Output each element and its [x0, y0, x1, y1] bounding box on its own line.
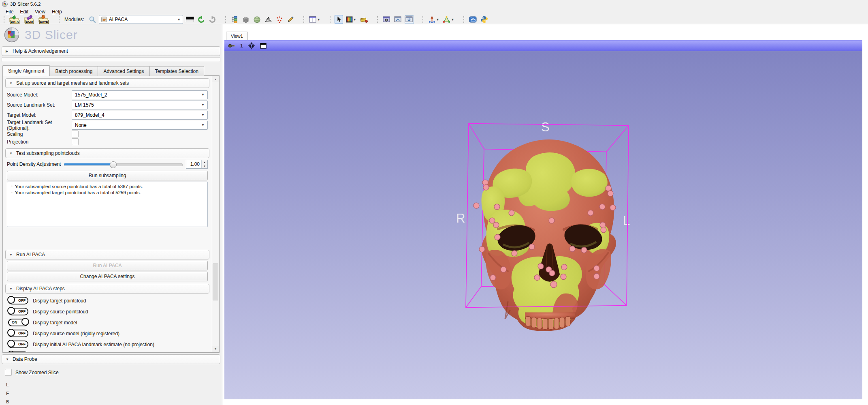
scaling-checkbox[interactable] — [72, 131, 79, 137]
subsampling-section-header[interactable]: ▼ Test subsampling pointclouds — [5, 148, 209, 158]
layout-selector-button[interactable]: ▼ — [308, 15, 321, 24]
point-density-spinbox[interactable]: 1.00 ▲ ▼ — [186, 160, 208, 169]
data-probe-header[interactable]: ▼ Data Probe — [2, 354, 220, 364]
history-back-icon — [198, 16, 205, 23]
tab-templates-selection[interactable]: Templates Selection — [149, 66, 204, 76]
module-selector-combobox[interactable]: ALPACA ▼ — [99, 15, 183, 24]
display-initial-landmarks-toggle[interactable]: OFF — [8, 341, 28, 348]
target-landmark-combobox[interactable]: None ▼ — [72, 121, 208, 130]
colors-button[interactable]: ▼ — [345, 15, 357, 24]
extensions-manager-button[interactable] — [468, 15, 478, 24]
help-acknowledgement-section[interactable]: ▶ Help & Acknowledgement — [2, 46, 220, 56]
restore-views-button[interactable] — [393, 15, 403, 24]
surface-wireframe-button[interactable] — [264, 15, 273, 24]
panel-scrollbar[interactable]: ▲ ▼ — [212, 76, 219, 352]
run-alpaca-button[interactable]: Run ALPACA — [7, 261, 208, 270]
scrollbar-thumb[interactable] — [213, 264, 218, 300]
spinbox-arrows: ▲ ▼ — [201, 160, 207, 168]
display-target-pointcloud-toggle[interactable]: OFF — [8, 297, 28, 304]
toggle-label: Display target model — [33, 320, 77, 326]
toggle-label: Display TPS warped source model — [33, 353, 107, 353]
scroll-down-button[interactable]: ▼ — [212, 346, 219, 352]
window-level-button[interactable] — [185, 16, 195, 23]
annotations-pen-button[interactable] — [286, 15, 295, 24]
tab-single-alignment[interactable]: Single Alignment — [2, 65, 50, 76]
models-icon — [253, 16, 261, 24]
mouse-interaction-button[interactable] — [335, 15, 343, 24]
scroll-up-button[interactable]: ▲ — [212, 76, 219, 82]
chevron-down-icon: ▼ — [201, 103, 205, 107]
models-button[interactable] — [252, 15, 262, 24]
menu-file[interactable]: File — [2, 9, 17, 15]
point-sets-button[interactable] — [275, 15, 284, 24]
tab-advanced-settings[interactable]: Advanced Settings — [98, 66, 149, 76]
history-forward-button[interactable] — [208, 15, 217, 24]
subject-hierarchy-button[interactable] — [230, 15, 239, 24]
menu-edit[interactable]: Edit — [17, 9, 32, 15]
run-subsampling-button[interactable]: Run subsampling — [7, 171, 208, 180]
3d-scene[interactable]: S R L I — [224, 51, 862, 399]
view1-tab[interactable]: View1 — [226, 32, 248, 40]
toggle-label: Display target pointcloud — [33, 298, 86, 304]
display-section-header[interactable]: ▼ Display ALPACA steps — [5, 284, 209, 294]
tab-batch-processing[interactable]: Batch processing — [49, 66, 98, 76]
orientation-label-right: R — [456, 211, 465, 225]
maximize-window-icon[interactable] — [260, 43, 267, 49]
window-level-icon — [186, 17, 194, 22]
target-model-row: Target Model: 879_Model_4 ▼ — [7, 110, 208, 120]
curves-button[interactable]: ▼ — [442, 15, 455, 24]
toggle-state-label: ON — [12, 320, 17, 324]
extensions-manager-icon — [469, 16, 477, 23]
ruler-button[interactable] — [359, 15, 369, 24]
setup-section-title: Set up source and target meshes and land… — [16, 80, 129, 86]
capture-screenshot-button[interactable] — [382, 15, 391, 24]
pin-icon[interactable] — [228, 43, 235, 49]
point-density-slider[interactable] — [64, 161, 183, 168]
maximize-view-button[interactable] — [405, 15, 414, 24]
maximize-view-icon — [405, 16, 413, 23]
python-console-button[interactable] — [480, 15, 489, 24]
toggle-knob — [7, 307, 15, 315]
chevron-down-icon: ▼ — [9, 152, 13, 155]
display-target-model-toggle[interactable]: ON — [8, 319, 28, 326]
display-source-pointcloud-toggle[interactable]: OFF — [8, 308, 28, 315]
toggle-state-label: OFF — [18, 331, 26, 335]
run-alpaca-section-header[interactable]: ▼ Run ALPACA — [5, 250, 209, 259]
center-view-icon[interactable] — [248, 42, 255, 49]
slider-fill — [64, 163, 114, 165]
change-alpaca-settings-button[interactable]: Change ALPACA settings — [7, 272, 208, 281]
volumes-button[interactable] — [241, 15, 250, 24]
help-section-title: Help & Acknowledgement — [13, 48, 68, 54]
history-back-button[interactable] — [197, 15, 206, 24]
source-landmark-combobox[interactable]: LM 1575 ▼ — [72, 101, 208, 109]
show-zoomed-slice-checkbox[interactable] — [5, 369, 12, 376]
markups-button[interactable]: ▼ — [427, 15, 440, 24]
ruler-icon — [360, 16, 368, 23]
orientation-label-superior: S — [541, 120, 550, 134]
subsampling-section-title: Test subsampling pointclouds — [16, 150, 80, 156]
save-data-button[interactable]: SAVE — [38, 15, 50, 24]
menu-help[interactable]: Help — [49, 9, 65, 15]
module-search-button[interactable] — [88, 15, 97, 24]
target-model-combobox[interactable]: 879_Model_4 ▼ — [72, 111, 208, 120]
menu-view[interactable]: View — [32, 9, 49, 15]
load-dicom-label: DCM — [25, 20, 34, 24]
scaling-label: Scaling — [7, 131, 72, 137]
load-dicom-button[interactable]: DCM — [23, 15, 36, 24]
display-source-model-toggle[interactable]: OFF — [8, 330, 28, 337]
toggle-row-tps-warped-model: OFF Display TPS warped source model — [8, 350, 210, 353]
spin-up-button[interactable]: ▲ — [202, 160, 207, 164]
titlebar: 3D Slicer 5.6.2 — [0, 0, 868, 8]
projection-checkbox[interactable] — [72, 138, 79, 145]
spin-down-button[interactable]: ▼ — [202, 164, 207, 168]
3d-viewport[interactable]: S R L I — [224, 51, 862, 399]
toggle-row-source-model: OFF Display source model (rigidly regist… — [8, 328, 210, 339]
display-tps-warped-toggle[interactable]: OFF — [8, 351, 28, 353]
source-model-combobox[interactable]: 1575_Model_2 ▼ — [72, 90, 208, 99]
setup-section-header[interactable]: ▼ Set up source and target meshes and la… — [5, 78, 209, 88]
load-data-button[interactable]: DATA — [9, 15, 21, 24]
chevron-down-icon: ▼ — [451, 18, 454, 21]
view-tabbar: View1 — [224, 32, 862, 40]
chevron-down-icon: ▼ — [353, 18, 356, 21]
slider-handle[interactable] — [110, 161, 117, 168]
